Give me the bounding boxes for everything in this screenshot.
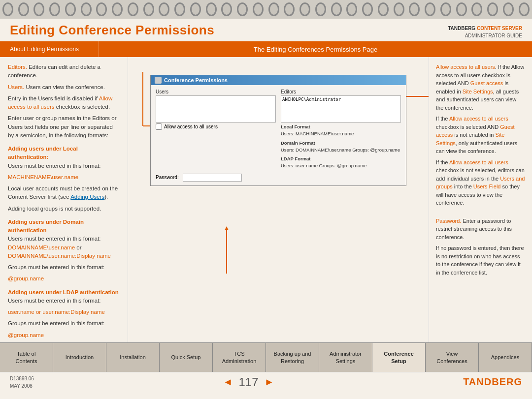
allow-all-desc3: If the Allow access to all users checkbo…	[436, 158, 525, 207]
users-col: Users Allow access to all users	[156, 89, 276, 170]
spiral-coil	[33, 2, 44, 16]
spiral-coil	[487, 2, 498, 16]
nav-appendices[interactable]: Appendices	[479, 343, 532, 372]
local-accounts-text: Local user accounts must be created on t…	[8, 184, 120, 202]
ldap-fmt-heading: LDAP Format	[281, 156, 311, 161]
local-groups-note: Adding local groups is not supported.	[8, 205, 120, 213]
spiral-coil	[378, 2, 389, 16]
footer: D13898.06 MAY 2008 ◄ 117 ► TANDBERG	[0, 372, 532, 392]
ldap-groups-text: Groups must be entered in this format:	[8, 319, 120, 328]
tab-editing-conferences[interactable]: The Editing Conferences Permissions Page	[99, 41, 532, 57]
spiral-coil	[284, 2, 295, 16]
local-fmt-heading: Local Format	[281, 124, 310, 129]
spiral-coil	[18, 2, 29, 16]
dialog-users-editors-row: Users Allow access to all users Editors …	[156, 89, 401, 170]
domain-group-value: @group.name	[8, 276, 44, 281]
right-column: Allow access to all users. If the Allow …	[429, 57, 532, 342]
dialog-title-bar: Conference Permissions	[151, 75, 406, 85]
enter-names-desc: Enter user or group names in the Editors…	[8, 114, 120, 140]
editors-col-label: Editors	[281, 89, 401, 94]
footer-brand: TANDBERG	[463, 376, 522, 388]
domain-format2: DOMAINNAME\user.name:Display name	[8, 253, 111, 259]
allow-all-desc2: If the Allow access to all users checkbo…	[436, 115, 525, 155]
users-desc: Users. Users can view the conference.	[8, 83, 120, 92]
nav-tcs-admin[interactable]: TCSAdministration	[213, 343, 266, 372]
domain-auth-heading: Adding users under Domain authentication	[8, 218, 120, 235]
domain-fmt-heading: Domain Format	[281, 140, 315, 146]
spiral-coil	[112, 2, 123, 16]
ldap-group-format: @group.name	[8, 331, 120, 339]
editors-desc: Editors. Editors can edit and delete a c…	[8, 63, 120, 80]
format-hints: Local Format Users: MACHINENAME\user.nam…	[281, 123, 401, 170]
spiral-coil	[331, 2, 342, 16]
adding-users-link[interactable]: Adding Users	[70, 194, 104, 200]
allow-all-link3[interactable]: Allow access to all users	[449, 159, 508, 165]
allow-all-link2[interactable]: Allow access to all users	[449, 116, 508, 122]
nav-table-of-contents[interactable]: Table ofContents	[0, 343, 53, 372]
ldap-auth-heading: Adding users under LDAP authentication	[8, 288, 120, 297]
allow-all-link[interactable]: Allow access to all users	[8, 95, 112, 110]
dialog-icon	[155, 77, 162, 84]
spiral-coil	[440, 2, 451, 16]
nav-introduction[interactable]: Introduction	[53, 343, 106, 372]
spiral-coil	[128, 2, 138, 16]
editors-col: Editors ANCHOLPC\Administrator Local For…	[281, 89, 401, 170]
nav-view-conferences[interactable]: ViewConferences	[426, 343, 479, 372]
page-title: Editing Conference Permissions	[10, 23, 214, 38]
domain-format1: DOMAINNAME\user.name	[8, 245, 75, 250]
main-content: Editors. Editors can edit and delete a c…	[0, 57, 532, 342]
users-textarea[interactable]	[156, 95, 276, 123]
ldap-group-value: @group.name	[8, 332, 44, 338]
domain-fmt-text: Users: DOMAINNAME\user.name Groups: @gro…	[281, 147, 400, 153]
nav-admin-settings[interactable]: AdministratorSettings	[319, 343, 372, 372]
brand-tandberg: TANDBERG	[448, 26, 475, 31]
local-auth-text: Users must be entered in this format:	[8, 162, 120, 170]
tab-about[interactable]: About Editing Permissions	[0, 41, 99, 57]
allow-all-right-link[interactable]: Allow access to all users	[436, 64, 495, 70]
ldap-fmt-text: Users: user name Groups: @group.name	[281, 163, 366, 168]
allow-all-checkbox[interactable]	[156, 123, 162, 130]
nav-installation[interactable]: Installation	[106, 343, 160, 372]
spiral-coil	[81, 2, 92, 16]
spiral-coil	[2, 2, 13, 16]
spiral-coil	[174, 2, 185, 16]
allow-all-desc: Allow access to all users. If the Allow …	[436, 63, 525, 112]
spiral-coil	[65, 2, 76, 16]
users-col-label: Users	[156, 89, 276, 94]
nav-quick-setup[interactable]: Quick Setup	[160, 343, 213, 372]
spiral-coil	[409, 2, 420, 16]
svg-marker-4	[225, 226, 229, 230]
password-label: Password:	[156, 175, 179, 180]
users-field-link[interactable]: Users Field	[473, 184, 501, 189]
next-page-arrow[interactable]: ►	[265, 376, 274, 388]
entry-desc: Entry in the Users field is disabled if …	[8, 94, 120, 112]
site-settings-link1[interactable]: Site Settings	[463, 89, 493, 94]
password-desc2: If no password is entered, then there is…	[436, 244, 525, 276]
allow-all-checkbox-row: Allow access to all users	[156, 123, 276, 130]
nav-conference-setup[interactable]: ConferenceSetup	[372, 343, 426, 372]
password-input[interactable]	[183, 174, 242, 182]
editors-label: Editors.	[8, 64, 27, 70]
doc-number: D13898.06	[10, 375, 34, 382]
prev-page-arrow[interactable]: ◄	[223, 376, 233, 388]
ldap-auth-text: Users must be entered in this format:	[8, 297, 120, 305]
brand-content: CONTENT SERVER	[477, 26, 522, 31]
allow-all-label: Allow access to all users	[164, 124, 218, 129]
spiral-coil	[471, 2, 482, 16]
domain-auth-text: Users must be entered in this format: DO…	[8, 235, 120, 260]
password-desc: Password. Enter a password to restrict s…	[436, 217, 525, 242]
users-label: Users.	[8, 84, 24, 90]
nav-backing-up[interactable]: Backing up andRestoring	[266, 343, 319, 372]
spiral-coil	[190, 2, 201, 16]
bottom-nav: Table ofContents Introduction Installati…	[0, 342, 532, 372]
local-auth-heading: Adding users under Local authentication:	[8, 145, 120, 162]
spiral-binding	[0, 0, 532, 19]
brand: TANDBERG CONTENT SERVER ADMINISTRATOR GU…	[448, 25, 522, 39]
footer-doc-info: D13898.06 MAY 2008	[10, 375, 34, 390]
editors-textarea[interactable]: ANCHOLPC\Administrator	[281, 95, 401, 123]
doc-date: MAY 2008	[10, 382, 34, 390]
ldap-format-value: user.name or user.name:Display name	[8, 309, 105, 315]
spiral-coil	[96, 2, 107, 16]
guest-access-link1[interactable]: Guest access	[470, 80, 503, 86]
footer-pagination: ◄ 117 ►	[223, 375, 274, 389]
